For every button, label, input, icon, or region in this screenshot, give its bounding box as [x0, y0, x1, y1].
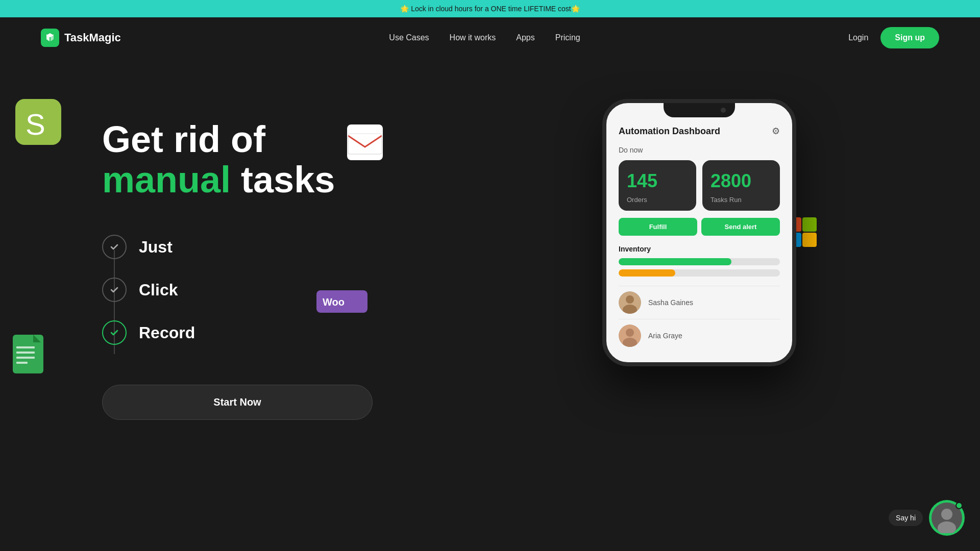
nav-apps[interactable]: Apps	[516, 33, 534, 42]
logo-icon	[41, 29, 59, 47]
signup-button[interactable]: Sign up	[880, 27, 939, 48]
dashboard-header: Automation Dashboard ⚙	[619, 126, 780, 137]
svg-rect-6	[348, 134, 382, 154]
step-label-click: Click	[139, 281, 178, 299]
login-link[interactable]: Login	[848, 33, 868, 42]
progress-bars	[619, 258, 780, 277]
svg-point-22	[626, 329, 634, 337]
dashboard-title: Automation Dashboard	[619, 126, 720, 137]
orders-card: 145 Orders	[619, 160, 696, 211]
progress-fill-green	[619, 258, 731, 265]
chat-online-dot	[955, 502, 963, 509]
svg-point-25	[941, 509, 952, 520]
step-label-just: Just	[139, 238, 173, 257]
logo-text: TaskMagic	[64, 31, 121, 44]
steps-list: Just Click Record	[102, 226, 459, 354]
progress-bar-green	[619, 258, 780, 265]
send-alert-button[interactable]: Send alert	[701, 218, 780, 236]
google-sheets-icon	[10, 334, 46, 377]
step-label-record: Record	[139, 323, 195, 342]
step-circle-just	[102, 235, 127, 259]
svg-rect-12	[16, 357, 35, 359]
hero-title: Get rid of manual tasks	[102, 119, 459, 200]
chat-widget: Say hi	[889, 500, 965, 536]
nav-use-cases[interactable]: Use Cases	[389, 33, 429, 42]
stats-grid: 145 Orders 2800 Tasks Run	[619, 160, 780, 211]
chat-label: Say hi	[889, 510, 923, 526]
logo[interactable]: TaskMagic	[41, 29, 121, 47]
svg-text:S: S	[26, 108, 45, 141]
hero-right: Automation Dashboard ⚙ Do now 145 Orders…	[459, 89, 939, 366]
nav-pricing[interactable]: Pricing	[555, 33, 580, 42]
svg-rect-15	[802, 217, 817, 232]
step-click: Click	[102, 268, 459, 311]
step-just: Just	[102, 226, 459, 268]
top-banner: 🌟 Lock in cloud hours for a ONE time LIF…	[0, 0, 980, 17]
hero-section: S Woo	[0, 58, 980, 538]
svg-rect-10	[16, 346, 35, 348]
progress-fill-orange	[619, 269, 675, 277]
person-row-2: Aria Graye	[619, 319, 780, 352]
svg-rect-11	[16, 352, 35, 354]
fulfill-button[interactable]: Fulfill	[619, 218, 697, 236]
hero-title-green: manual	[102, 159, 231, 200]
shopify-icon: S	[15, 99, 61, 147]
tasks-number: 2800	[710, 170, 772, 192]
avatar-sasha	[619, 291, 641, 314]
settings-icon[interactable]: ⚙	[772, 126, 780, 137]
person-name-sasha: Sasha Gaines	[648, 298, 693, 307]
step-circle-record	[102, 320, 127, 345]
start-now-button[interactable]: Start Now	[102, 385, 373, 420]
chat-avatar-container[interactable]	[929, 500, 965, 536]
gmail-icon	[347, 124, 383, 162]
hero-title-line1: Get rid of	[102, 119, 265, 160]
inventory-label: Inventory	[619, 245, 780, 253]
person-name-aria: Aria Graye	[648, 332, 682, 340]
automation-dashboard: Automation Dashboard ⚙ Do now 145 Orders…	[615, 126, 784, 352]
navbar: TaskMagic Use Cases How it works Apps Pr…	[0, 17, 980, 58]
svg-rect-17	[802, 233, 817, 247]
orders-label: Orders	[627, 196, 688, 204]
svg-point-19	[626, 295, 634, 304]
person-row-1: Sasha Gaines	[619, 286, 780, 319]
banner-text: 🌟 Lock in cloud hours for a ONE time LIF…	[400, 5, 579, 13]
step-circle-click	[102, 278, 127, 302]
do-now-label: Do now	[619, 146, 780, 154]
nav-links: Use Cases How it works Apps Pricing	[389, 33, 580, 42]
tasks-card: 2800 Tasks Run	[702, 160, 780, 211]
nav-how-it-works[interactable]: How it works	[450, 33, 496, 42]
hero-title-rest: tasks	[231, 159, 335, 200]
avatar-aria	[619, 324, 641, 347]
svg-rect-13	[16, 362, 28, 364]
nav-actions: Login Sign up	[848, 27, 939, 48]
step-record: Record	[102, 311, 459, 354]
hero-left: Get rid of manual tasks Just Clic	[102, 89, 459, 420]
phone-mockup: Automation Dashboard ⚙ Do now 145 Orders…	[602, 99, 796, 366]
orders-number: 145	[627, 170, 688, 192]
tasks-label: Tasks Run	[710, 196, 772, 204]
progress-bar-orange	[619, 269, 780, 277]
stat-actions: Fulfill Send alert	[619, 218, 780, 236]
